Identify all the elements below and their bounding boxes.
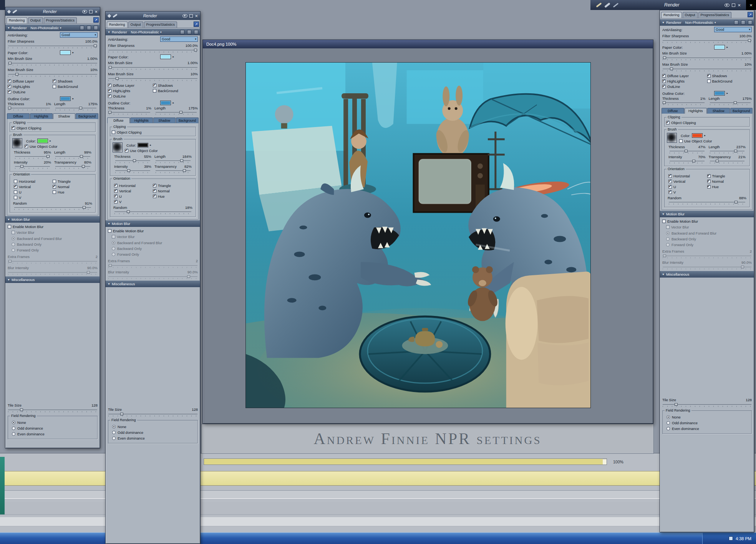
slider-thumb[interactable] [194,49,197,51]
tab-highlights[interactable]: Highlights [685,108,707,114]
checkbox-box[interactable] [662,85,666,88]
u-checkbox[interactable]: U [668,185,707,189]
slider-thumb[interactable] [108,111,111,114]
horizontal-checkbox[interactable]: Horizontal [114,184,153,188]
radio-forward-only[interactable]: Forward Only [112,252,198,256]
slider-thumb[interactable] [79,107,82,109]
color-picker-arrow-icon[interactable]: ▸ [50,139,51,142]
checkbox-box[interactable] [666,121,670,124]
radio-backward-and-forward-blur[interactable]: Backward and Forward Blur [12,236,98,241]
slider-thumb[interactable] [187,275,190,278]
panel-titlebar[interactable]: Render × [5,7,100,16]
slider-thumb[interactable] [109,264,112,267]
min-brush-size-slider[interactable] [663,56,751,60]
use-object-color-checkbox[interactable]: Use Object Color [679,139,747,143]
radio-none[interactable]: None [112,425,194,429]
slider-thumb[interactable] [183,169,186,172]
miscellaneous-section-header[interactable]: ▼ Miscellaneous [106,281,200,287]
radio-dot[interactable] [666,243,670,246]
tab-background[interactable]: Background [176,117,199,123]
vector-blur-checkbox[interactable]: Vector Blur [112,235,198,239]
diffuse-layer-checkbox[interactable]: Diffuse Layer [662,74,707,78]
checkbox-box[interactable] [114,189,118,193]
renderer-select[interactable]: Non-Photorealistic ▾ [31,26,61,30]
slider-thumb[interactable] [116,77,119,80]
color-picker-arrow-icon[interactable]: ▸ [726,46,728,49]
slider-thumb[interactable] [80,155,83,158]
checkbox-box[interactable] [53,85,56,88]
radio-dot[interactable] [112,431,116,434]
radio-odd-dominance[interactable]: Odd dominance [666,421,748,425]
slider-thumb[interactable] [87,271,90,274]
color-picker-arrow-icon[interactable]: ▸ [172,55,174,58]
tab-output[interactable]: Output [28,17,43,23]
tile-size-slider[interactable] [663,403,751,407]
horizontal-checkbox[interactable]: Horizontal [668,174,707,178]
paper-color-swatch[interactable] [160,55,171,59]
color-picker-arrow-icon[interactable]: ▸ [726,92,728,95]
blur-intensity-slider[interactable] [663,265,751,270]
radio-dot[interactable] [112,425,116,428]
preset-save-button[interactable] [80,26,84,30]
paper-color-swatch[interactable] [60,50,71,55]
checkbox-box[interactable] [53,79,56,83]
vertical-checkbox[interactable]: Vertical [14,185,53,189]
visibility-icon[interactable] [724,3,729,7]
filter-sharpness-slider[interactable] [8,44,97,48]
slider-thumb[interactable] [663,255,666,257]
max-brush-size-slider[interactable] [8,73,97,77]
checkbox-box[interactable] [53,180,56,183]
radio-odd-dominance[interactable]: Odd dominance [12,426,93,430]
slider-thumb[interactable] [120,413,123,415]
checkbox-box[interactable] [8,90,11,94]
radio-even-dominance[interactable]: Even dominance [12,432,93,436]
tab-rendering[interactable]: Rendering [661,12,682,18]
brush-length-slider[interactable] [710,149,745,154]
transparency-slider[interactable] [710,159,745,164]
intensity-slider[interactable] [15,165,50,169]
tab-rendering[interactable]: Rendering [7,17,27,23]
normal-checkbox[interactable]: Normal [707,179,746,184]
slider-thumb[interactable] [127,210,130,213]
radio-none[interactable]: None [666,415,748,419]
slider-thumb[interactable] [663,101,666,104]
checkbox-box[interactable] [114,195,118,198]
radio-dot[interactable] [12,237,15,240]
slider-thumb[interactable] [127,169,130,172]
motion-blur-section-header[interactable]: ▼ Motion Blur [660,211,754,217]
slider-thumb[interactable] [8,62,12,64]
preset-load-button[interactable] [741,20,745,25]
close-icon[interactable]: × [738,3,741,8]
background-checkbox[interactable]: BackGround [153,89,198,93]
slider-thumb[interactable] [15,73,18,76]
outline-thickness-slider[interactable] [9,106,50,111]
enable-motion-blur-checkbox[interactable]: Enable Motion Blur [660,217,754,224]
slider-thumb[interactable] [82,165,85,168]
preset-delete-button[interactable] [748,20,752,25]
slider-thumb[interactable] [8,107,11,109]
outline-thickness-slider[interactable] [663,101,705,105]
slider-thumb[interactable] [180,159,183,162]
close-icon[interactable]: × [195,13,198,18]
antialiasing-select[interactable]: Good ▾ [714,27,752,32]
checkbox-box[interactable] [14,190,17,194]
intensity-slider[interactable] [115,169,150,173]
color-picker-arrow-icon[interactable]: ▸ [72,51,74,54]
radio-even-dominance[interactable]: Even dominance [112,436,194,440]
brush-thickness-slider[interactable] [15,155,50,159]
checkbox-box[interactable] [153,189,156,193]
pen-tool-icon[interactable] [596,2,602,7]
slider-thumb[interactable] [20,165,23,168]
tab-diffuse[interactable]: Diffuse [7,113,30,119]
tab-progress-statistics[interactable]: Progress/Statistics [44,17,77,23]
brush-thickness-slider[interactable] [670,149,705,154]
highlights-checkbox[interactable]: HighLights [108,89,153,93]
document-titlebar[interactable]: Doc4.png 100% [203,40,653,48]
tab-shadow[interactable]: Shadow [153,117,176,123]
blur-intensity-slider[interactable] [108,275,197,279]
checkbox-box[interactable] [14,196,17,199]
brush-preview[interactable] [667,133,677,143]
radio-dot[interactable] [112,253,115,256]
visibility-icon[interactable] [82,10,87,13]
object-clipping-checkbox[interactable]: Object Clipping [112,130,194,134]
